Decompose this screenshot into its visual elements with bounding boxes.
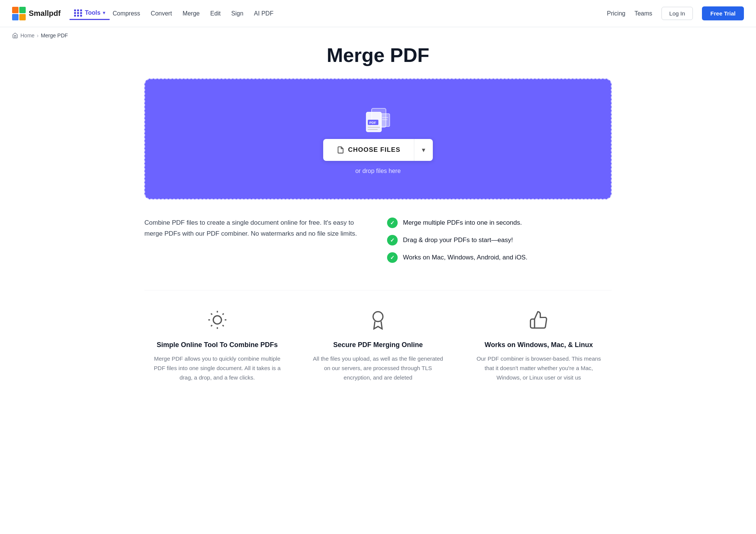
header: Smallpdf Tools ▾ Compress Convert Merge … bbox=[0, 0, 756, 27]
nav-merge[interactable]: Merge bbox=[183, 10, 200, 17]
svg-point-22 bbox=[373, 312, 383, 321]
award-icon bbox=[368, 310, 388, 333]
nav-edit[interactable]: Edit bbox=[210, 10, 221, 17]
info-right: Merge multiple PDFs into one in seconds.… bbox=[387, 218, 612, 263]
breadcrumb-current: Merge PDF bbox=[41, 32, 68, 39]
home-icon bbox=[12, 32, 18, 39]
pricing-link[interactable]: Pricing bbox=[607, 10, 626, 17]
lightbulb-icon bbox=[208, 310, 227, 333]
chevron-down-icon: ▾ bbox=[422, 146, 425, 154]
info-section: Combine PDF files to create a single doc… bbox=[144, 218, 612, 263]
choose-files-dropdown-button[interactable]: ▾ bbox=[414, 139, 433, 161]
nav-convert[interactable]: Convert bbox=[151, 10, 172, 17]
features-section: Simple Online Tool To Combine PDFs Merge… bbox=[144, 290, 612, 390]
check-item-1: Merge multiple PDFs into one in seconds. bbox=[387, 218, 612, 228]
smallpdf-logo-icon bbox=[12, 7, 26, 20]
info-left: Combine PDF files to create a single doc… bbox=[144, 218, 369, 239]
thumbsup-icon bbox=[529, 310, 548, 333]
nav-compress[interactable]: Compress bbox=[113, 10, 140, 17]
choose-files-button[interactable]: CHOOSE FILES bbox=[323, 139, 414, 161]
check-icon-1 bbox=[387, 218, 398, 228]
nav-sign[interactable]: Sign bbox=[231, 10, 243, 17]
feature-desc-1: Merge PDF allows you to quickly combine … bbox=[152, 354, 282, 382]
feature-card-2: Secure PDF Merging Online All the files … bbox=[305, 302, 451, 390]
main-content: Merge PDF PDF bbox=[132, 44, 624, 390]
choose-files-row[interactable]: CHOOSE FILES ▾ bbox=[323, 139, 433, 161]
check-icon-2 bbox=[387, 235, 398, 245]
page-title: Merge PDF bbox=[144, 44, 612, 66]
breadcrumb: Home › Merge PDF bbox=[0, 27, 756, 44]
login-button[interactable]: Log In bbox=[662, 7, 693, 20]
check-label-2: Drag & drop your PDFs to start—easy! bbox=[403, 236, 513, 244]
choose-files-label: CHOOSE FILES bbox=[348, 146, 401, 154]
tools-button[interactable]: Tools ▾ bbox=[70, 7, 109, 20]
svg-line-21 bbox=[222, 313, 223, 315]
check-item-2: Drag & drop your PDFs to start—easy! bbox=[387, 235, 612, 245]
main-nav: Compress Convert Merge Edit Sign AI PDF bbox=[113, 10, 273, 17]
file-icon bbox=[337, 146, 344, 154]
info-left-text: Combine PDF files to create a single doc… bbox=[144, 218, 369, 239]
grid-icon bbox=[74, 9, 82, 17]
feature-desc-3: Our PDF combiner is browser-based. This … bbox=[474, 354, 604, 382]
check-label-1: Merge multiple PDFs into one in seconds. bbox=[403, 219, 522, 227]
pdf-icon-group: PDF bbox=[361, 103, 395, 139]
feature-title-1: Simple Online Tool To Combine PDFs bbox=[156, 341, 277, 349]
svg-rect-3 bbox=[19, 14, 26, 20]
check-icon-3 bbox=[387, 252, 398, 263]
svg-text:PDF: PDF bbox=[369, 121, 376, 125]
svg-line-16 bbox=[211, 313, 212, 315]
breadcrumb-separator: › bbox=[37, 32, 39, 39]
svg-line-20 bbox=[211, 325, 212, 326]
svg-line-17 bbox=[222, 325, 223, 326]
breadcrumb-home[interactable]: Home bbox=[20, 32, 34, 39]
free-trial-button[interactable]: Free Trial bbox=[702, 6, 744, 20]
svg-rect-10 bbox=[381, 114, 390, 127]
check-label-3: Works on Mac, Windows, Android, and iOS. bbox=[403, 254, 527, 261]
dropzone[interactable]: PDF CHOOSE FILES ▾ or drop files here bbox=[144, 79, 612, 199]
drop-hint: or drop files here bbox=[355, 168, 401, 174]
feature-card-1: Simple Online Tool To Combine PDFs Merge… bbox=[144, 302, 290, 390]
svg-point-13 bbox=[213, 316, 222, 324]
check-item-3: Works on Mac, Windows, Android, and iOS. bbox=[387, 252, 612, 263]
chevron-down-icon: ▾ bbox=[103, 10, 105, 15]
svg-rect-2 bbox=[12, 14, 19, 20]
logo-text: Smallpdf bbox=[29, 9, 60, 18]
nav-aipdf[interactable]: AI PDF bbox=[254, 10, 274, 17]
feature-title-3: Works on Windows, Mac, & Linux bbox=[485, 341, 593, 349]
header-right: Pricing Teams Log In Free Trial bbox=[607, 6, 744, 20]
svg-rect-1 bbox=[19, 7, 26, 13]
tools-label: Tools bbox=[85, 9, 100, 16]
svg-rect-0 bbox=[12, 7, 19, 13]
feature-title-2: Secure PDF Merging Online bbox=[333, 341, 423, 349]
feature-card-3: Works on Windows, Mac, & Linux Our PDF c… bbox=[466, 302, 612, 390]
logo[interactable]: Smallpdf bbox=[12, 7, 60, 20]
teams-link[interactable]: Teams bbox=[634, 10, 652, 17]
feature-desc-2: All the files you upload, as well as the… bbox=[313, 354, 443, 382]
